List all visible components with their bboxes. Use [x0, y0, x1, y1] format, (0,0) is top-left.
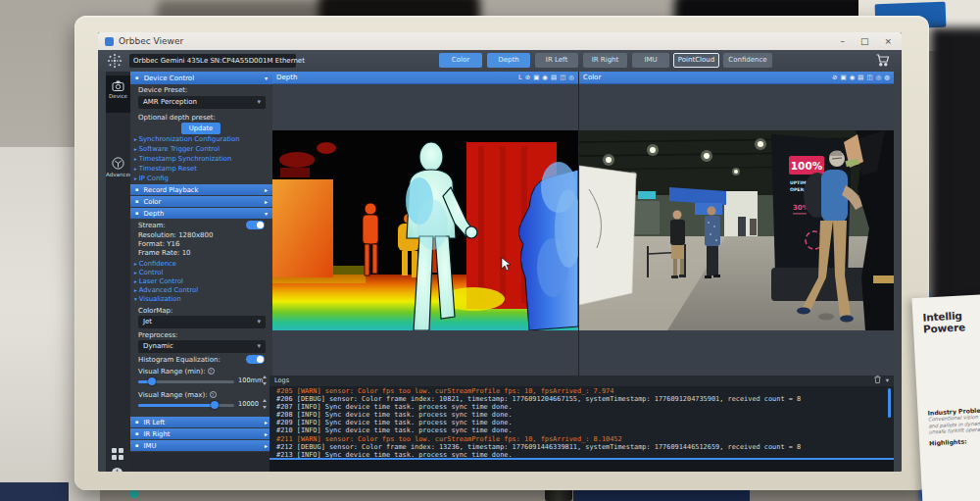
save-icon[interactable]: ◫ — [560, 72, 565, 84]
histogram-equalization-toggle[interactable] — [246, 355, 265, 364]
pause-icon[interactable]: ▣ — [533, 72, 539, 84]
stepper-icon[interactable] — [262, 376, 268, 385]
section-bullet-icon: ▪ — [135, 75, 138, 80]
maximize-button[interactable]: □ — [860, 36, 869, 46]
link-ip-config[interactable]: ▸IP Config — [134, 175, 169, 182]
section-imu[interactable]: ▪ IMU ▸ — [130, 440, 272, 451]
stream-button-depth[interactable]: Depth — [487, 53, 530, 68]
stream-button-pointcloud[interactable]: PointCloud — [673, 53, 719, 68]
chevron-right-icon: ▸ — [134, 136, 137, 142]
chevron-down-icon: ▾ — [265, 72, 268, 84]
pause-icon[interactable]: ▣ — [841, 72, 847, 84]
section-color[interactable]: ▪ Color ▸ — [130, 196, 272, 207]
capture-icon[interactable]: ▤ — [551, 72, 557, 84]
link-software-trigger-control[interactable]: ▸Software Trigger Control — [134, 145, 220, 153]
rail-tab-label: Advanced — [106, 172, 130, 177]
link-control[interactable]: ▸Control — [134, 269, 163, 276]
chevron-right-icon: ▸ — [265, 417, 268, 427]
settings-icon[interactable]: ◎ — [568, 72, 574, 84]
log-entry: #213 [INFO] Sync device time task. proce… — [276, 451, 894, 458]
section-record-playback[interactable]: ▪ Record Playback ▸ — [130, 184, 272, 195]
stream-button-color[interactable]: Color — [439, 53, 482, 68]
flip-icon[interactable]: ⊘ — [832, 72, 837, 84]
link-confidence[interactable]: ▸Confidence — [134, 260, 176, 268]
link-advanced-control[interactable]: ▸Advanced Control — [134, 286, 198, 294]
logs-panel: #205 [WARN] sensor: Color fps too low. c… — [270, 386, 894, 458]
info-icon[interactable]: ◎ — [876, 72, 882, 84]
section-label: Device Control — [144, 75, 194, 82]
section-depth[interactable]: ▪ Depth ▾ — [130, 208, 272, 219]
section-device-control[interactable]: ▪ Device Control ▾ — [130, 72, 272, 84]
log-entry: #208 [INFO] Sync device time task. proce… — [276, 411, 894, 419]
section-label: IMU — [144, 442, 157, 450]
section-bullet-icon: ▪ — [135, 186, 138, 192]
section-bullet-icon: ▪ — [135, 442, 138, 448]
preprocess-label: Preprocess: — [138, 331, 177, 339]
info-icon[interactable]: i — [112, 468, 122, 472]
poster-section-heading: Highlights: — [929, 436, 980, 446]
resolution-value: Resolution: 1280x800 — [138, 231, 213, 239]
stream-button-ir-right[interactable]: IR Right — [583, 53, 627, 68]
link-laser-control[interactable]: ▸Laser Control — [134, 277, 183, 285]
logs-title: Logs — [274, 376, 289, 384]
slider-knob[interactable] — [148, 377, 156, 385]
link-label: Control — [139, 269, 164, 276]
stream-toggle[interactable] — [246, 221, 265, 229]
monitor: Orbbec Viewer – □ × Orbbec Gemin — [74, 16, 929, 490]
link-timestamp-reset[interactable]: ▸Timestamp Reset — [134, 165, 197, 173]
collapse-chevron-icon[interactable]: ▾ — [886, 376, 889, 386]
visual-range-min-value: 100mm — [238, 376, 263, 384]
close-button[interactable]: × — [884, 36, 892, 46]
poster-title: Intellig Powere — [922, 308, 980, 334]
logs-scrollbar[interactable] — [888, 388, 891, 418]
histogram-equalization-label: Histogram Equalization: — [138, 356, 220, 364]
visual-range-max-label: Visual Range (max):? — [138, 391, 217, 399]
link-visualization[interactable]: ▾Visualization — [134, 295, 181, 303]
colormap-dropdown[interactable]: Jet ▾ — [138, 316, 266, 328]
section-ir-left[interactable]: ▪ IR Left ▸ — [130, 417, 272, 427]
advanced-cube-icon — [112, 157, 124, 170]
device-selector-dropdown[interactable]: Orbbec Gemini 435Le SN:CP4A55D001M Ether… — [129, 54, 296, 68]
device-preset-dropdown[interactable]: AMR Perception ▾ — [138, 96, 266, 109]
preprocess-value: Dynamic — [143, 342, 173, 350]
rail-tab-device[interactable]: Device — [106, 75, 130, 113]
chevron-down-icon: ▾ — [257, 340, 261, 353]
apps-grid-icon[interactable] — [112, 448, 123, 460]
chevron-right-icon: ▸ — [134, 270, 137, 276]
colormap-label: ColorMap: — [138, 307, 172, 315]
stream-button-imu[interactable]: IMU — [632, 53, 669, 68]
axes-icon[interactable]: L — [518, 72, 522, 84]
link-timestamp-synchronization[interactable]: ▸Timestamp Synchronization — [134, 155, 231, 163]
stream-button-ir-left[interactable]: IR Left — [535, 53, 578, 68]
minimize-button[interactable]: – — [840, 36, 845, 46]
device-preset-value: AMR Perception — [143, 98, 197, 106]
visual-range-min-text: Visual Range (min): — [138, 368, 206, 376]
stepper-icon[interactable] — [262, 399, 268, 409]
slider-knob[interactable] — [211, 401, 219, 409]
settings-icon[interactable]: ◍ — [884, 72, 890, 84]
link-synchronization-configuration[interactable]: ▸Synchronization Configuration — [134, 135, 239, 143]
visual-range-min-slider[interactable] — [138, 380, 234, 383]
section-ir-right[interactable]: ▪ IR Right ▸ — [130, 428, 272, 439]
cart-icon[interactable] — [875, 53, 890, 68]
record-icon[interactable]: ◉ — [850, 72, 856, 84]
rail-tab-advanced[interactable]: Advanced — [106, 152, 130, 189]
depth-image — [272, 130, 578, 330]
section-label: Color — [144, 198, 162, 206]
flip-icon[interactable]: ⊘ — [525, 72, 530, 84]
chevron-right-icon: ▸ — [134, 278, 137, 284]
whiteboard — [579, 166, 636, 305]
help-icon[interactable]: ? — [210, 391, 217, 398]
capture-icon[interactable]: ▤ — [858, 72, 863, 84]
help-icon[interactable]: ? — [208, 368, 215, 375]
record-icon[interactable]: ◉ — [542, 72, 548, 84]
stream-button-confidence[interactable]: Confidence — [723, 53, 772, 68]
preprocess-dropdown[interactable]: Dynamic ▾ — [138, 340, 266, 353]
update-button[interactable]: Update — [181, 123, 220, 134]
chevron-right-icon: ▸ — [265, 184, 268, 195]
title-bar: Orbbec Viewer – □ × — [98, 32, 902, 50]
color-frame: 100% UPTIME - CONTINUOU OPERATION BY DES… — [579, 130, 894, 330]
save-icon[interactable]: ◫ — [867, 72, 873, 84]
window-title: Orbbec Viewer — [119, 36, 183, 46]
visual-range-max-slider[interactable] — [138, 404, 234, 407]
